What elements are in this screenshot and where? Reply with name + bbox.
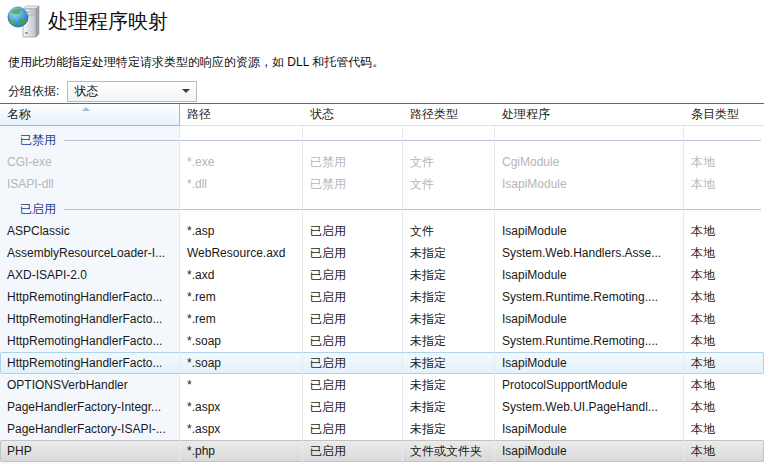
table-row[interactable]: ISAPI-dll*.dll已禁用文件IsapiModule本地 — [0, 173, 764, 195]
cell: CgiModule — [495, 151, 684, 173]
cell: *.aspx — [180, 418, 303, 440]
column-header-2[interactable]: 路径 — [180, 104, 303, 126]
cell: 已启用 — [303, 418, 403, 440]
cell: 未指定 — [403, 286, 495, 308]
table-row[interactable]: HttpRemotingHandlerFacto...*.soap已启用未指定S… — [0, 330, 764, 352]
column-header-label: 路径类型 — [410, 107, 458, 121]
cell: * — [180, 374, 303, 396]
cell: IsapiModule — [495, 352, 684, 374]
cell: 文件 — [403, 220, 495, 242]
table-row[interactable]: AssemblyResourceLoader-I...WebResource.a… — [0, 242, 764, 264]
cell: HttpRemotingHandlerFacto... — [0, 286, 180, 308]
cell: *.aspx — [180, 396, 303, 418]
cell: *.exe — [180, 151, 303, 173]
cell: 未指定 — [403, 330, 495, 352]
cell: IsapiModule — [495, 308, 684, 330]
table-row[interactable]: HttpRemotingHandlerFacto...*.rem已启用未指定Sy… — [0, 286, 764, 308]
column-header-6[interactable]: 条目类型 — [684, 104, 764, 126]
column-header-label: 条目类型 — [691, 107, 739, 121]
column-header-label: 处理程序 — [502, 107, 550, 121]
group-by-dropdown[interactable]: 状态 — [67, 81, 197, 102]
cell: 未指定 — [403, 308, 495, 330]
group-divider-line — [64, 209, 761, 210]
cell: 已启用 — [303, 264, 403, 286]
cell: 本地 — [684, 220, 764, 242]
cell: *.rem — [180, 308, 303, 330]
cell: 未指定 — [403, 242, 495, 264]
cell: IsapiModule — [495, 440, 684, 462]
cell: PageHandlerFactory-Integr... — [0, 396, 180, 418]
cell: 已启用 — [303, 396, 403, 418]
table-row[interactable]: HttpRemotingHandlerFacto...*.soap已启用未指定I… — [0, 352, 764, 374]
cell: AXD-ISAPI-2.0 — [0, 264, 180, 286]
column-header-3[interactable]: 状态 — [303, 104, 403, 126]
group-header-row: 已禁用 — [0, 126, 764, 151]
table-row[interactable]: HttpRemotingHandlerFacto...*.rem已启用未指定Is… — [0, 308, 764, 330]
table-row[interactable]: AXD-ISAPI-2.0*.axd已启用未指定IsapiModule本地 — [0, 264, 764, 286]
column-header-label: 路径 — [187, 107, 211, 121]
cell: IsapiModule — [495, 220, 684, 242]
cell: 已禁用 — [303, 151, 403, 173]
table-row[interactable]: ASPClassic*.asp已启用文件IsapiModule本地 — [0, 220, 764, 242]
handler-mappings-icon — [7, 4, 45, 42]
group-label: 已禁用 — [20, 132, 56, 149]
page-description: 使用此功能指定处理特定请求类型的响应的资源，如 DLL 和托管代码。 — [8, 54, 384, 71]
sort-ascending-icon — [82, 107, 90, 111]
cell: WebResource.axd — [180, 242, 303, 264]
cell: System.Runtime.Remoting.... — [495, 286, 684, 308]
cell: 本地 — [684, 264, 764, 286]
cell: 本地 — [684, 352, 764, 374]
cell: 已启用 — [303, 352, 403, 374]
cell: *.soap — [180, 330, 303, 352]
cell: HttpRemotingHandlerFacto... — [0, 308, 180, 330]
cell: 本地 — [684, 396, 764, 418]
column-separator — [683, 126, 684, 464]
cell: 本地 — [684, 286, 764, 308]
cell: 本地 — [684, 418, 764, 440]
cell: *.php — [180, 440, 303, 462]
chevron-down-icon — [182, 89, 190, 93]
cell: *.dll — [180, 173, 303, 195]
cell: 已启用 — [303, 242, 403, 264]
table-row[interactable]: CGI-exe*.exe已禁用文件CgiModule本地 — [0, 151, 764, 173]
group-header-row: 已启用 — [0, 195, 764, 220]
cell: System.Web.Handlers.Asse... — [495, 242, 684, 264]
cell: 本地 — [684, 151, 764, 173]
cell: AssemblyResourceLoader-I... — [0, 242, 180, 264]
cell: 文件 — [403, 173, 495, 195]
cell: *.axd — [180, 264, 303, 286]
column-header-4[interactable]: 路径类型 — [403, 104, 495, 126]
cell: PHP — [0, 440, 180, 462]
group-by-label: 分组依据: — [8, 83, 59, 100]
cell: *.soap — [180, 352, 303, 374]
page-title: 处理程序映射 — [48, 8, 168, 35]
cell: 本地 — [684, 242, 764, 264]
cell: 本地 — [684, 374, 764, 396]
cell: 未指定 — [403, 374, 495, 396]
handler-mappings-grid: 名称路径状态路径类型处理程序条目类型 已禁用CGI-exe*.exe已禁用文件C… — [0, 103, 764, 464]
cell: 文件或文件夹 — [403, 440, 495, 462]
column-header-5[interactable]: 处理程序 — [495, 104, 684, 126]
table-row[interactable]: PageHandlerFactory-Integr...*.aspx已启用未指定… — [0, 396, 764, 418]
grid-body: 已禁用CGI-exe*.exe已禁用文件CgiModule本地ISAPI-dll… — [0, 126, 764, 462]
cell: 已启用 — [303, 286, 403, 308]
cell: ASPClassic — [0, 220, 180, 242]
column-header-label: 名称 — [7, 107, 31, 121]
cell: 已启用 — [303, 330, 403, 352]
table-row[interactable]: OPTIONSVerbHandler*已启用未指定ProtocolSupport… — [0, 374, 764, 396]
cell: HttpRemotingHandlerFacto... — [0, 352, 180, 374]
cell: 本地 — [684, 308, 764, 330]
table-row[interactable]: PHP*.php已启用文件或文件夹IsapiModule本地 — [0, 440, 764, 462]
cell: IsapiModule — [495, 418, 684, 440]
column-separator — [494, 126, 495, 464]
column-header-label: 状态 — [310, 107, 334, 121]
cell: ProtocolSupportModule — [495, 374, 684, 396]
cell: OPTIONSVerbHandler — [0, 374, 180, 396]
cell: ISAPI-dll — [0, 173, 180, 195]
table-row[interactable]: PageHandlerFactory-ISAPI-...*.aspx已启用未指定… — [0, 418, 764, 440]
cell: IsapiModule — [495, 173, 684, 195]
cell: 本地 — [684, 440, 764, 462]
cell: 未指定 — [403, 352, 495, 374]
column-header-1[interactable]: 名称 — [0, 104, 180, 126]
cell: CGI-exe — [0, 151, 180, 173]
